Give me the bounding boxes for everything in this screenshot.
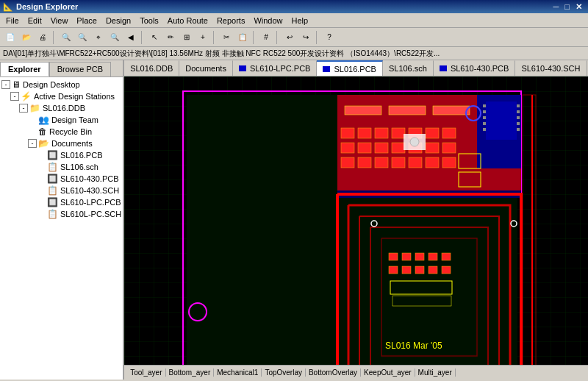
tab-browse-pcb[interactable]: Browse PCB xyxy=(49,62,111,76)
menu-place[interactable]: Place xyxy=(72,15,101,26)
icon-sl610lsch: 📋 xyxy=(47,209,58,219)
toolbar-search[interactable]: 🔍 xyxy=(59,30,74,45)
menu-tools[interactable]: Tools xyxy=(135,15,163,26)
toolbar-undo[interactable]: ↩ xyxy=(282,30,297,45)
menu-file[interactable]: File xyxy=(1,15,24,26)
expand-desktop[interactable]: - xyxy=(1,80,10,89)
icon-sl016ddb: 📁 xyxy=(29,103,40,113)
tab-sl016pcb-label: SL016.PCB xyxy=(334,65,376,74)
label-team: Design Team xyxy=(51,115,98,124)
svg-rect-42 xyxy=(389,266,398,274)
svg-rect-39 xyxy=(415,253,424,260)
menu-window[interactable]: Window xyxy=(249,15,287,26)
toolbar-select[interactable]: ↖ xyxy=(147,30,162,45)
tab-sl610430pcb[interactable]: SL610-430.PCB xyxy=(434,60,516,76)
toolbar-cut[interactable]: ✂ xyxy=(219,30,234,45)
tree-item-desktop[interactable]: - 🖥 Design Desktop xyxy=(1,79,121,90)
toolbar-grid[interactable]: # xyxy=(259,30,273,45)
title-close[interactable]: ✕ xyxy=(573,2,585,12)
svg-rect-60 xyxy=(483,104,486,107)
svg-rect-63 xyxy=(483,122,486,125)
status-topoverlay: TopOverlay xyxy=(262,368,306,377)
menu-autoroute[interactable]: Auto Route xyxy=(163,15,212,26)
icon-team: 👥 xyxy=(38,115,49,125)
svg-rect-18 xyxy=(358,143,371,153)
toolbar-copy[interactable]: 📋 xyxy=(235,30,250,45)
icon-sl106sch: 📋 xyxy=(47,162,58,172)
svg-rect-22 xyxy=(426,143,439,153)
svg-point-32 xyxy=(410,138,419,146)
tree-item-sl610430sch[interactable]: + 📋 SL610-430.SCH xyxy=(1,185,121,196)
toolbar-search3[interactable]: ⌖ xyxy=(91,30,106,45)
menu-edit[interactable]: Edit xyxy=(24,15,46,26)
title-bar-text: Design Explorer xyxy=(16,2,78,11)
tab-documents[interactable]: Documents xyxy=(179,60,233,76)
toolbar-print[interactable]: 🖨 xyxy=(35,30,50,45)
tree-item-team[interactable]: + 👥 Design Team xyxy=(1,114,121,126)
label-desktop: Design Desktop xyxy=(23,80,80,89)
menu-view[interactable]: View xyxy=(46,15,73,26)
menu-reports[interactable]: Reports xyxy=(212,15,250,26)
tab-sl106sch[interactable]: SL106.sch xyxy=(383,60,434,76)
tab-sl610430pcb-icon xyxy=(440,65,447,71)
menu-design[interactable]: Design xyxy=(101,15,135,26)
explorer-panel: Explorer Browse PCB - 🖥 Design Desktop -… xyxy=(0,60,124,380)
pcb-tabs: SL016.DDB Documents SL610-LPC.PCB SL016.… xyxy=(124,60,588,76)
svg-rect-44 xyxy=(415,266,424,274)
toolbar-back[interactable]: ◀ xyxy=(123,30,138,45)
toolbar-search2[interactable]: 🔍 xyxy=(75,30,90,45)
tree-content[interactable]: - 🖥 Design Desktop - ⚡ Active Design Sta… xyxy=(0,77,123,380)
expand-sl016ddb[interactable]: - xyxy=(19,104,28,113)
tree-item-sl610lsch[interactable]: + 📋 SL610L-PC.SCH xyxy=(1,208,121,220)
toolbar-plus[interactable]: + xyxy=(196,30,210,45)
tree-item-recycle[interactable]: + 🗑 Recycle Bin xyxy=(1,126,121,138)
label-active: Active Design Stations xyxy=(34,92,115,101)
title-minimize[interactable]: ─ xyxy=(551,2,562,11)
tab-sl016pcb[interactable]: SL016.PCB xyxy=(317,60,382,76)
svg-rect-62 xyxy=(483,116,486,119)
toolbar-new[interactable]: 📄 xyxy=(3,30,18,45)
status-tool: Tool_ayer xyxy=(127,368,165,377)
tree-item-sl610430pcb[interactable]: + 🔲 SL610-430.PCB xyxy=(1,173,121,185)
toolbar-sep-6 xyxy=(316,31,319,44)
tree-item-sl016pcb[interactable]: + 🔲 SL016.PCB xyxy=(1,149,121,161)
label-sl610lpcpcb: SL610-LPC.PCB xyxy=(60,198,121,207)
toolbar: 📄 📂 🖨 🔍 🔍 ⌖ 🔍 ◀ ↖ ✏ ⊞ + ✂ 📋 # ↩ ↪ ? xyxy=(0,28,588,47)
toolbar-redo[interactable]: ↪ xyxy=(298,30,313,45)
svg-rect-68 xyxy=(517,122,520,125)
toolbar-wire[interactable]: ✏ xyxy=(163,30,178,45)
toolbar-component[interactable]: ⊞ xyxy=(179,30,194,45)
tree-item-sl610lpcpcb[interactable]: + 🔲 SL610-LPC.PCB xyxy=(1,196,121,208)
svg-rect-40 xyxy=(429,253,437,260)
toolbar-search4[interactable]: 🔍 xyxy=(107,30,122,45)
tab-sl610lpcpcb[interactable]: SL610-LPC.PCB xyxy=(233,60,318,76)
icon-sl016pcb: 🔲 xyxy=(47,150,58,160)
pcb-canvas[interactable]: SL016 Mar '05 xyxy=(124,76,588,365)
expand-docs[interactable]: - xyxy=(28,139,37,148)
icon-sl610lpcpcb: 🔲 xyxy=(47,197,58,207)
svg-rect-41 xyxy=(442,253,451,260)
tab-sl610430sch[interactable]: SL610-430.SCH xyxy=(515,60,587,76)
toolbar-sep-1 xyxy=(53,31,56,44)
svg-rect-11 xyxy=(358,128,371,138)
svg-rect-13 xyxy=(392,128,405,138)
tree-item-sl016ddb[interactable]: - 📁 SL016.DDB xyxy=(1,102,121,114)
svg-rect-61 xyxy=(483,110,486,113)
tree-item-docs[interactable]: - 📂 Documents xyxy=(1,138,121,149)
toolbar-help[interactable]: ? xyxy=(322,30,337,45)
toolbar-open[interactable]: 📂 xyxy=(19,30,34,45)
title-maximize[interactable]: □ xyxy=(562,2,573,11)
svg-rect-28 xyxy=(409,157,422,168)
menu-help[interactable]: Help xyxy=(287,15,313,26)
tab-explorer[interactable]: Explorer xyxy=(0,62,49,76)
tab-sl106sch-label: SL106.sch xyxy=(389,64,427,73)
tab-sl016ddb[interactable]: SL016.DDB xyxy=(124,60,179,76)
expand-active[interactable]: - xyxy=(10,92,19,101)
tab-sl016ddb-label: SL016.DDB xyxy=(130,64,173,73)
status-mechanical: Mechanical1 xyxy=(214,368,262,377)
tab-sl610lpcpcb-icon xyxy=(239,65,246,71)
tree-item-sl106sch[interactable]: + 📋 SL106.sch xyxy=(1,161,121,173)
svg-rect-59 xyxy=(486,102,517,140)
svg-rect-65 xyxy=(517,104,520,107)
tree-item-active[interactable]: - ⚡ Active Design Stations xyxy=(1,90,121,102)
